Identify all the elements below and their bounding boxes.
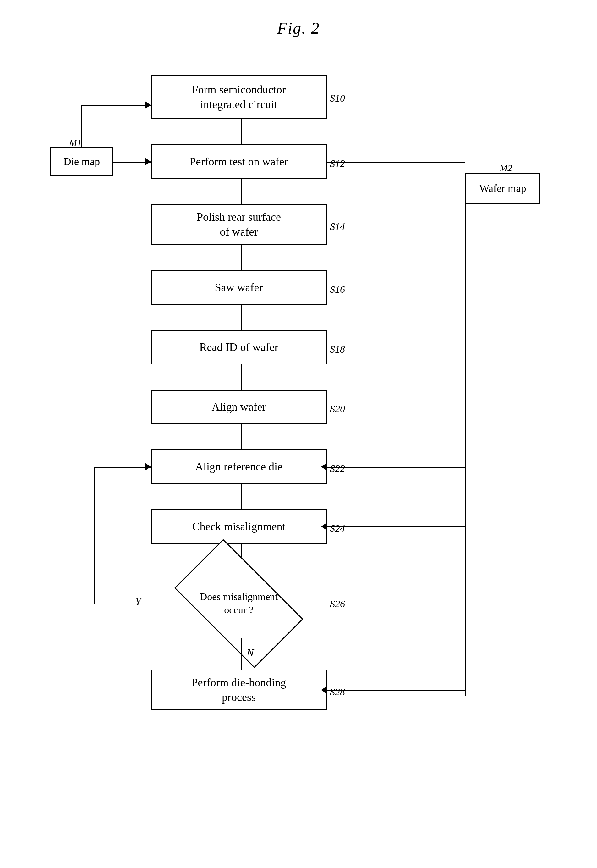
- step-s12: Perform test on wafer: [151, 144, 327, 179]
- s22-label: Align reference die: [195, 460, 282, 474]
- wafer-map-box: Wafer map: [465, 173, 541, 204]
- flowchart: Form semiconductor integrated circuit S1…: [31, 56, 566, 861]
- right-main-vline: [465, 188, 466, 696]
- m2-label: Wafer map: [479, 182, 526, 195]
- s14-label: Polish rear surface of wafer: [197, 210, 281, 239]
- m1-v-up: [81, 105, 82, 147]
- step-s16: Saw wafer: [151, 270, 327, 305]
- figure-title: Fig. 2: [25, 19, 572, 37]
- y-v-line: [94, 467, 95, 603]
- m1-tag: M1: [69, 137, 82, 148]
- s22-label-step: S22: [330, 463, 345, 475]
- s26-label: Does misalignment occur ?: [200, 590, 278, 616]
- s12-label: Perform test on wafer: [190, 155, 288, 169]
- right-s22-arrow: [321, 463, 327, 470]
- y-h2-line: [94, 467, 151, 467]
- m1-h-to-s10: [81, 105, 151, 106]
- m1-arrow-head: [145, 158, 151, 165]
- s12-to-m2-h: [327, 162, 465, 162]
- s18-label-step: S18: [330, 344, 345, 355]
- right-to-s24: [327, 527, 465, 527]
- step-s20: Align wafer: [151, 390, 327, 424]
- right-s28-arrow: [321, 686, 327, 694]
- s20-label-step: S20: [330, 403, 345, 415]
- s18-label: Read ID of wafer: [199, 340, 278, 355]
- s16-label: Saw wafer: [215, 280, 263, 295]
- s20-label: Align wafer: [212, 400, 266, 414]
- s12-label-step: S12: [330, 158, 345, 170]
- s24-label-step: S24: [330, 523, 345, 534]
- step-s10: Form semiconductor integrated circuit: [151, 75, 327, 119]
- s26-label-step: S26: [330, 598, 345, 610]
- s16-label-step: S16: [330, 284, 345, 295]
- right-s24-arrow: [321, 523, 327, 530]
- step-s14: Polish rear surface of wafer: [151, 204, 327, 245]
- n-label: N: [247, 647, 254, 659]
- s10-label-step: S10: [330, 92, 345, 104]
- die-map-box: Die map: [50, 147, 113, 176]
- s10-label: Form semiconductor integrated circuit: [192, 82, 286, 112]
- s14-label-step: S14: [330, 221, 345, 232]
- y-arrow-head: [145, 463, 151, 470]
- m1-to-s10-head: [145, 101, 151, 109]
- step-s22: Align reference die: [151, 450, 327, 484]
- s24-label: Check misalignment: [192, 519, 286, 534]
- m2-tag: M2: [500, 162, 512, 173]
- step-s28: Perform die-bonding process: [151, 670, 327, 710]
- y-label: Y: [135, 596, 141, 607]
- right-to-s22: [327, 467, 465, 467]
- s28-label-step: S28: [330, 686, 345, 698]
- page: Fig. 2 Form semiconductor integrated cir…: [0, 0, 597, 868]
- s28-label: Perform die-bonding process: [192, 675, 286, 705]
- m1-label: Die map: [64, 155, 100, 168]
- step-s18: Read ID of wafer: [151, 330, 327, 365]
- step-s24: Check misalignment: [151, 509, 327, 544]
- right-to-s28: [327, 690, 465, 691]
- y-h-line: [94, 603, 182, 604]
